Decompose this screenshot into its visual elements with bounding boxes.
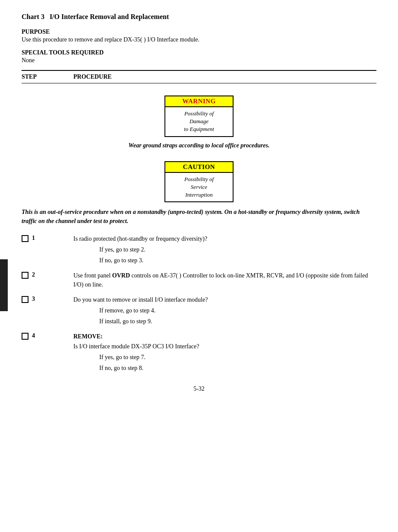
special-tools-text: None <box>22 57 376 64</box>
step-3-left: 3 <box>22 295 73 303</box>
special-tools-label: SPECIAL TOOLS REQUIRED <box>22 49 376 56</box>
step-row-2: 2 Use front panel OVRD controls on AE-37… <box>22 271 376 289</box>
page-title: Chart 3 I/O Interface Removal and Replac… <box>22 13 376 21</box>
caution-line1: Possibility of <box>184 176 214 182</box>
step-3-indent2: If install, go to step 9. <box>99 317 376 326</box>
step-row-3: 3 Do you want to remove or install I/O i… <box>22 295 376 326</box>
step-3-right: Do you want to remove or install I/O int… <box>73 295 376 326</box>
step-1-indent1: If yes, go to step 2. <box>99 245 376 254</box>
step-4-indent2: If no, go to step 8. <box>99 363 376 373</box>
wear-ground-straps-text: Wear ground straps according to local of… <box>22 142 376 149</box>
step-4-text: Is I/O interface module DX-35P OC3 I/O I… <box>73 342 376 351</box>
step-2-text-before: Use front panel <box>73 272 112 279</box>
warning-line1: Possibility of <box>184 110 214 117</box>
caution-body: Possibility of Service Interruption <box>165 172 233 202</box>
step-2-left: 2 <box>22 271 73 279</box>
step-row-1: 1 Is radio protected (hot-standby or fre… <box>22 234 376 265</box>
step-1-text: Is radio protected (hot-standby or frequ… <box>73 234 376 243</box>
step-4-num: 4 <box>32 332 35 339</box>
checkbox-1[interactable] <box>22 235 28 242</box>
checkbox-3[interactable] <box>22 296 28 303</box>
checkbox-4[interactable] <box>22 333 28 340</box>
step-4-left: 4 <box>22 332 73 340</box>
warning-body: Possibility of Damage to Equipment <box>165 106 233 136</box>
caution-box: CAUTION Possibility of Service Interrupt… <box>164 161 234 203</box>
step-1-right: Is radio protected (hot-standby or frequ… <box>73 234 376 265</box>
step-2-right: Use front panel OVRD controls on AE-37( … <box>73 271 376 289</box>
remove-label: REMOVE: <box>73 332 376 341</box>
caution-box-container: CAUTION Possibility of Service Interrupt… <box>22 161 376 203</box>
caution-header: CAUTION <box>165 162 233 172</box>
warning-header: WARNING <box>165 96 233 106</box>
step-1-num: 1 <box>32 235 35 242</box>
col-procedure-header: PROCEDURE <box>73 73 376 80</box>
warning-line3: to Equipment <box>184 126 214 132</box>
step-3-indent1: If remove, go to step 4. <box>99 306 376 315</box>
left-sidebar-tab <box>0 259 8 311</box>
step-2-text: Use front panel OVRD controls on AE-37( … <box>73 271 376 289</box>
table-header: STEP PROCEDURE <box>22 71 376 83</box>
step-4-indent1: If yes, go to step 7. <box>99 353 376 362</box>
checkbox-2[interactable] <box>22 272 28 279</box>
purpose-text: Use this procedure to remove and replace… <box>22 36 376 43</box>
caution-italic-text: This is an out-of-service procedure when… <box>22 207 376 226</box>
step-1-indent2: If no, go to step 3. <box>99 256 376 265</box>
page-number: 5-32 <box>22 385 376 392</box>
caution-line3: Interruption <box>185 191 213 198</box>
purpose-label: PURPOSE <box>22 29 376 35</box>
step-2-bold: OVRD <box>112 272 130 279</box>
step-3-num: 3 <box>32 296 35 303</box>
step-row-4: 4 REMOVE: Is I/O interface module DX-35P… <box>22 332 376 373</box>
col-step-header: STEP <box>22 73 73 80</box>
step-1-left: 1 <box>22 234 73 242</box>
step-3-text: Do you want to remove or install I/O int… <box>73 295 376 304</box>
caution-line2: Service <box>191 184 207 190</box>
warning-line2: Damage <box>190 118 208 124</box>
warning-box: WARNING Possibility of Damage to Equipme… <box>164 96 234 137</box>
step-4-right: REMOVE: Is I/O interface module DX-35P O… <box>73 332 376 373</box>
step-2-num: 2 <box>32 271 35 278</box>
warning-box-container: WARNING Possibility of Damage to Equipme… <box>22 96 376 137</box>
